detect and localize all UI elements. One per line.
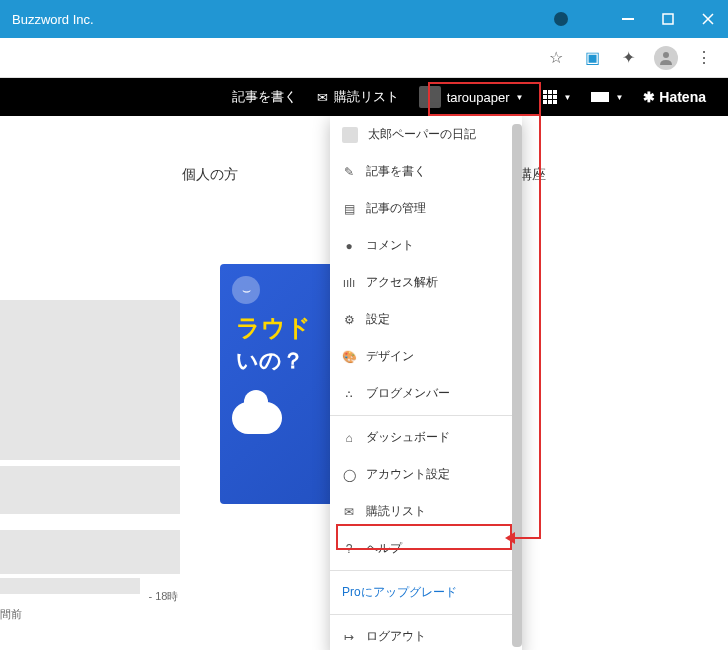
menu-write[interactable]: ✎記事を書く [330,153,522,190]
extension-icon[interactable]: ✦ [618,48,638,68]
menu-comments[interactable]: ●コメント [330,227,522,264]
menu-logout[interactable]: ↦ ログアウト [330,618,522,650]
menu-members-label: ブログメンバー [366,385,450,402]
hatena-logo[interactable]: ✱ Hatena [635,78,714,116]
chevron-down-icon: ▼ [615,93,623,102]
username-label: taroupaper [447,90,510,105]
menu-dashboard-icon: ⌂ [342,431,356,445]
menu-pro-upgrade[interactable]: Proにアップグレード [330,574,522,611]
menu-account-label: アカウント設定 [366,466,450,483]
nav-user-menu[interactable]: taroupaper ▼ [411,78,532,116]
relative-time: - 18時間前 [0,590,178,620]
window-title: Buzzword Inc. [12,12,554,27]
minimize-button[interactable] [620,11,636,27]
svg-rect-0 [622,18,634,20]
menu-design[interactable]: 🎨デザイン [330,338,522,375]
close-button[interactable] [700,11,716,27]
menu-analytics[interactable]: ıılıアクセス解析 [330,264,522,301]
menu-separator [330,614,522,615]
user-avatar-icon [419,86,441,108]
menu-settings-icon: ⚙ [342,313,356,327]
menu-manage-label: 記事の管理 [366,200,426,217]
bookmark-add-icon[interactable]: ▣ [582,48,602,68]
window-titlebar: Buzzword Inc. [0,0,728,38]
sidebar-placeholder: - 18時間前 [0,300,180,622]
pro-upgrade-label: Proにアップグレード [342,584,457,601]
envelope-icon: ✉ [317,90,328,105]
chevron-down-icon: ▼ [516,93,524,102]
menu-comments-icon: ● [342,239,356,253]
menu-comments-label: コメント [366,237,414,254]
browser-avatar-icon[interactable] [654,46,678,70]
menu-manage-icon: ▤ [342,202,356,216]
nav-write-label: 記事を書く [232,88,297,106]
svg-point-2 [663,52,669,58]
ad-smile-icon: ⌣ [232,276,260,304]
user-dropdown-menu: 太郎ペーパーの日記 ✎記事を書く▤記事の管理●コメントıılıアクセス解析⚙設定… [330,116,522,650]
nav-readlist-label: 購読リスト [334,88,399,106]
placeholder-block [0,530,180,574]
hatena-navbar: 記事を書く ✉ 購読リスト taroupaper ▼ ▼ ▼ ✱ Hatena [0,78,728,116]
menu-readlist-label: 購読リスト [366,503,426,520]
blog-title-label: 太郎ペーパーの日記 [368,126,476,143]
placeholder-block [0,578,140,594]
nav-write-article[interactable]: 記事を書く [224,78,305,116]
menu-design-label: デザイン [366,348,414,365]
menu-help-icon: ? [342,542,356,556]
menu-help[interactable]: ?ヘルプ [330,530,522,567]
menu-separator [330,570,522,571]
menu-dashboard[interactable]: ⌂ダッシュボード [330,419,522,456]
menu-account[interactable]: ◯アカウント設定 [330,456,522,493]
menu-manage[interactable]: ▤記事の管理 [330,190,522,227]
menu-write-label: 記事を書く [366,163,426,180]
menu-design-icon: 🎨 [342,350,356,364]
hatena-logo-text: Hatena [659,89,706,105]
cloud-icon [232,402,282,434]
menu-settings-label: 設定 [366,311,390,328]
ad-headline-1: ラウド [236,312,311,344]
menu-members-icon: ⛬ [342,387,356,401]
svg-rect-1 [663,14,673,24]
placeholder-block [0,466,180,514]
browser-toolbar: ☆ ▣ ✦ ⋮ [0,38,728,78]
star-icon[interactable]: ☆ [546,48,566,68]
menu-readlist-icon: ✉ [342,505,356,519]
ad-headline-2: いの？ [236,346,304,376]
kebab-menu-icon[interactable]: ⋮ [694,48,714,68]
nav-display-toggle[interactable]: ▼ [583,78,631,116]
tagline-left: 個人の方 [182,166,238,182]
menu-blog-title[interactable]: 太郎ペーパーの日記 [330,116,522,153]
maximize-button[interactable] [660,11,676,27]
menu-dashboard-label: ダッシュボード [366,429,450,446]
blog-icon [342,127,358,143]
display-icon [591,92,609,102]
menu-settings[interactable]: ⚙設定 [330,301,522,338]
menu-analytics-label: アクセス解析 [366,274,438,291]
scrollbar[interactable] [512,124,522,647]
hatena-snowflake-icon: ✱ [643,89,655,105]
logout-label: ログアウト [366,628,426,645]
grid-icon [543,90,557,104]
nav-reading-list[interactable]: ✉ 購読リスト [309,78,407,116]
menu-readlist[interactable]: ✉購読リスト [330,493,522,530]
menu-account-icon: ◯ [342,468,356,482]
title-dot-icon [554,12,568,26]
menu-write-icon: ✎ [342,165,356,179]
logout-icon: ↦ [342,630,356,644]
menu-members[interactable]: ⛬ブログメンバー [330,375,522,412]
menu-separator [330,415,522,416]
menu-analytics-icon: ıılı [342,276,356,290]
menu-help-label: ヘルプ [366,540,402,557]
chevron-down-icon: ▼ [563,93,571,102]
nav-apps-grid[interactable]: ▼ [535,78,579,116]
placeholder-block [0,300,180,460]
